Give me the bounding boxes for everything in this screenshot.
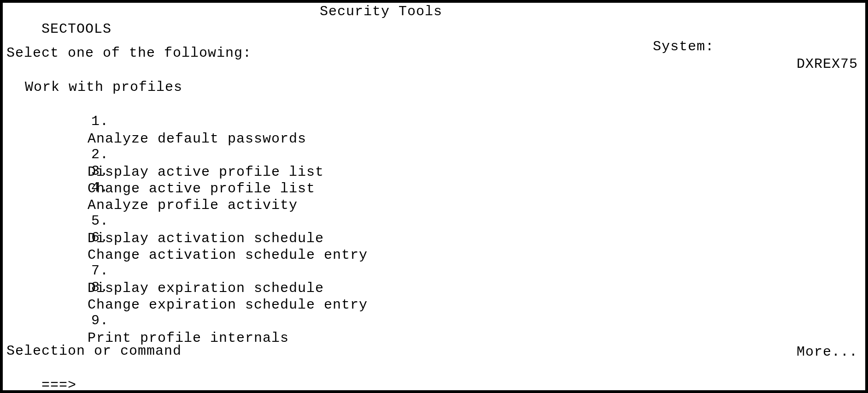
- selection-label: Selection or command: [6, 342, 862, 360]
- menu-option-number: 1.: [88, 113, 109, 130]
- menu-option-number: 6.: [88, 229, 109, 246]
- menu-option-number: 4.: [88, 179, 109, 196]
- group-heading-work-with-profiles: Work with profiles: [6, 78, 862, 96]
- page-title: Security Tools: [320, 3, 442, 20]
- terminal-screen: SECTOOLS Security Tools System: DXREX75 …: [0, 0, 868, 393]
- command-line[interactable]: ===>: [6, 359, 862, 393]
- command-arrow: ===>: [41, 377, 76, 393]
- command-input[interactable]: [78, 376, 868, 393]
- menu-option-number: 8.: [88, 279, 109, 296]
- select-one-prompt: Select one of the following:: [6, 44, 862, 62]
